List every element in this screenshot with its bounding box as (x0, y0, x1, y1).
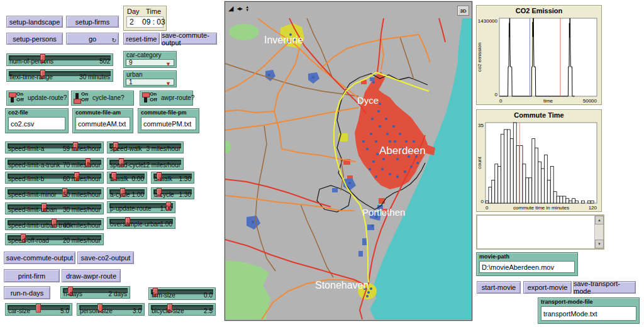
chooser-value-box[interactable]: 9▼ (126, 59, 174, 66)
b-cycle-slider[interactable]: b-cycle1.30 (151, 187, 194, 199)
commute-file-am-input[interactable]: commute-file-amcommuteAM.txt (72, 108, 133, 133)
slider-value: 59 miles/hour (63, 145, 101, 152)
button-label: run-n-days (11, 289, 44, 297)
speed-limit-a-slider[interactable]: speed-limit-a59 miles/hour (5, 141, 104, 153)
input-field[interactable]: co2.csv (8, 117, 65, 130)
n-days-slider[interactable]: n-days2 days (60, 286, 130, 299)
speed-walk-slider[interactable]: speed-walk3 miles/hour (107, 141, 184, 153)
svg-text:time: time (543, 98, 553, 104)
slider-value: 30 miles/hour (63, 206, 101, 213)
city-label-portlethen: Portlethen (362, 207, 405, 218)
export-movie-button[interactable]: export-movie (523, 281, 572, 294)
svg-text:co2 emission: co2 emission (477, 43, 482, 72)
slider-label: speed-limit-a (8, 145, 44, 152)
input-field[interactable]: commutePM.txt (141, 117, 196, 130)
slider-value: 1.30 (179, 191, 191, 198)
save-commute-output-button-top[interactable]: save-commute-output (161, 33, 217, 45)
switch-name: awpr-route? (161, 94, 194, 101)
slider-label: speed-walk (110, 145, 142, 152)
awpr-route-switch[interactable]: OnOffawpr-route? (140, 91, 193, 106)
slider-value: 1.00 (160, 205, 172, 212)
day-time-monitor: Day Time 2 09 : 03 (123, 6, 167, 31)
chooser-value-box[interactable]: 1▼ (126, 79, 174, 86)
transport-mode-file-input[interactable]: transport-mode-filetransportMode.txt (538, 297, 640, 324)
commute-file-pm-input[interactable]: commute-file-pmcommutePM.txt (138, 108, 199, 133)
save-transport-mode-button[interactable]: save-transport-mode (573, 281, 636, 294)
start-movie-button[interactable]: start-movie (477, 281, 521, 294)
svg-text:1430000: 1430000 (478, 18, 498, 24)
speed-limit-urban-trunk-slider[interactable]: speed-limit-urban-trunk40 miles/hour (5, 218, 104, 230)
urban-chooser[interactable]: urban1▼ (123, 70, 177, 87)
person-size-slider[interactable]: person-size3.0 (77, 303, 145, 316)
slider-knob[interactable] (36, 304, 41, 313)
bicycle-size-slider[interactable]: bicycle-size2.5 (148, 303, 216, 316)
speed-limit-b-slider[interactable]: speed-limit-b60 miles/hour (5, 172, 104, 184)
draw-awpr-route-button[interactable]: draw-awpr-route (62, 269, 121, 282)
slider-value: 1.00 (132, 191, 144, 198)
speed-limit-a-trunk-slider[interactable]: speed-limit-a-trunk70 miles/hour (5, 158, 104, 170)
movie-path-input[interactable]: movie-pathD:\movieAberdeen.mov (476, 252, 578, 276)
chooser-value: 1 (129, 79, 133, 86)
go-button[interactable]: go↻ (66, 33, 119, 45)
monitor-day-label: Day (127, 8, 140, 15)
button-label: save-co2-output (81, 254, 131, 262)
monitor-time-label: Time (146, 8, 161, 15)
cycle-lane-switch[interactable]: OnOffcycle-lane? (71, 91, 134, 106)
slider-label: speed-limit-minor (8, 191, 57, 198)
reset-time-button[interactable]: reset-time (123, 33, 160, 45)
speed-off-road-slider[interactable]: speed-off-road20 miles/hour (5, 233, 104, 245)
output-scrollbar[interactable]: ▲ ▼ (594, 216, 603, 248)
firm-size-slider[interactable]: firm-size0.0 (148, 287, 216, 300)
co2-file-input[interactable]: co2-fileco2.csv (5, 108, 69, 133)
a-cycle-slider[interactable]: a-cycle1.00 (107, 187, 147, 199)
speed-limit-urban-slider[interactable]: speed-limit-urban30 miles/hour (5, 202, 104, 214)
num-of-persons-slider[interactable]: num-of-persons502 (6, 53, 113, 66)
update-route-switch[interactable]: OnOffupdate-route? (6, 91, 69, 106)
oversample-urban-slider[interactable]: oversample-urban1.00 (107, 217, 175, 229)
slider-label: a-cycle (110, 191, 130, 198)
view-3d-button[interactable]: 3D (457, 6, 469, 16)
switch-off-label: Off (81, 97, 89, 103)
a-walk-slider[interactable]: a-walk0.00 (107, 172, 147, 184)
slider-label: person-size (80, 308, 113, 314)
switch-knob[interactable] (74, 99, 81, 104)
svg-text:0: 0 (481, 199, 484, 204)
switch-knob[interactable] (9, 92, 16, 97)
slider-label: b-walk (154, 175, 172, 182)
input-field[interactable]: commuteAM.txt (75, 117, 130, 130)
view-resize-icon[interactable]: ◢ (228, 5, 233, 12)
save-commute-output-button[interactable]: save-commute-output (4, 252, 75, 264)
save-co2-output-button[interactable]: save-co2-output (77, 252, 134, 264)
b-walk-slider[interactable]: b-walk1.30 (151, 172, 194, 184)
setup-firms-button[interactable]: setup-firms (66, 16, 119, 28)
print-firm-button[interactable]: print-firm (4, 269, 60, 282)
button-label: save-transport-mode (574, 280, 635, 295)
scroll-up-icon[interactable]: ▲ (595, 216, 604, 224)
slider-value: 5.0 (60, 308, 69, 314)
scroll-down-icon[interactable]: ▼ (595, 240, 604, 248)
world-view-map[interactable]: Inverurie Dyce Aberdeen Portlethen Stone… (225, 18, 472, 319)
input-field[interactable]: D:\movieAberdeen.mov (479, 261, 575, 273)
slider-label: a-walk (110, 175, 128, 182)
input-field[interactable]: transportMode.txt (541, 306, 636, 321)
speed-limit-minor-slider[interactable]: speed-limit-minor50 miles/hour (5, 187, 104, 199)
p-update-route-slider[interactable]: p-update-route1.00 (107, 201, 175, 213)
slider-label: n-days (64, 291, 82, 297)
switch-knob[interactable] (142, 92, 150, 97)
view-horizontal-arrows-icon[interactable]: ◀▶ (236, 6, 242, 11)
view-vertical-arrows-icon[interactable]: ▲▼ (245, 6, 249, 12)
slider-label: speed-limit-b (8, 175, 44, 182)
netlogo-interface: setup-landscape setup-firms setup-person… (0, 0, 644, 327)
plot-title: Commute Time (477, 110, 601, 120)
car-size-slider[interactable]: car-size5.0 (5, 303, 72, 316)
car-category-chooser[interactable]: car-category9▼ (123, 51, 177, 68)
button-label: setup-persons (13, 35, 57, 43)
run-n-days-button[interactable]: run-n-days (4, 286, 50, 299)
flexi-time-range-slider[interactable]: flexi-time-range30 minutes (6, 69, 113, 82)
input-label: commute-file-am (75, 109, 121, 116)
setup-landscape-button[interactable]: setup-landscape (6, 16, 63, 28)
setup-persons-button[interactable]: setup-persons (6, 33, 63, 45)
speed-cycle-slider[interactable]: speed-cycle12 miles/hour (107, 158, 184, 170)
svg-text:0: 0 (499, 98, 502, 104)
svg-text:35: 35 (478, 123, 484, 128)
